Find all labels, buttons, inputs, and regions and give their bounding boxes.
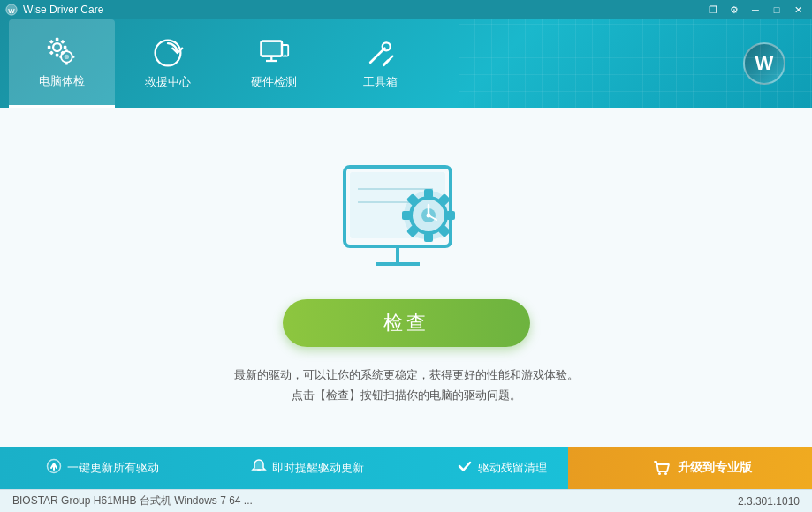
- svg-rect-15: [59, 56, 62, 58]
- tab-toolbox-label: 工具箱: [363, 74, 398, 90]
- settings-button[interactable]: ⚙: [725, 4, 743, 16]
- close-button[interactable]: ✕: [789, 4, 807, 16]
- svg-point-47: [426, 213, 430, 217]
- svg-rect-6: [64, 45, 67, 49]
- tab-rescue[interactable]: 救援中心: [115, 19, 221, 108]
- toolbox-icon: [364, 37, 396, 69]
- svg-rect-19: [262, 41, 282, 56]
- main-illustration-svg: [327, 158, 504, 290]
- bottombar: 一键更新所有驱动 即时提醒驱动更新 驱动残留清理: [0, 447, 812, 489]
- desc-line2: 点击【检查】按钮扫描你的电脑的驱动问题。: [234, 385, 579, 405]
- svg-rect-37: [424, 189, 433, 198]
- one-click-update-icon: [46, 458, 62, 478]
- svg-rect-4: [56, 53, 59, 56]
- bell-icon: [251, 458, 267, 474]
- realtime-remind-item[interactable]: 即时提醒驱动更新: [251, 458, 364, 478]
- header: 电脑体检 救援中心 硬件检测: [0, 19, 812, 108]
- description-text: 最新的驱动，可以让你的系统更稳定，获得更好的性能和游戏体验。 点击【检查】按钮扫…: [234, 365, 579, 406]
- scan-button[interactable]: 检查: [283, 299, 530, 347]
- system-info: BIOSTAR Group H61MHB 台式机 Windows 7 64 ..…: [12, 493, 253, 508]
- svg-rect-38: [424, 233, 433, 242]
- checkmark-icon: [457, 458, 473, 474]
- one-click-update-item[interactable]: 一键更新所有驱动: [46, 458, 159, 478]
- residual-clean-item[interactable]: 驱动残留清理: [457, 458, 547, 478]
- svg-rect-13: [65, 49, 68, 52]
- cart-icon: [653, 459, 671, 477]
- svg-rect-40: [446, 211, 455, 220]
- titlebar-left: W Wise Driver Care: [5, 4, 103, 16]
- tab-rescue-label: 救援中心: [145, 74, 191, 90]
- svg-point-12: [65, 54, 69, 58]
- restore-button[interactable]: ❐: [704, 4, 722, 16]
- one-click-update-label: 一键更新所有驱动: [67, 460, 159, 476]
- residual-clean-label: 驱动残留清理: [478, 460, 547, 476]
- realtime-remind-label: 即时提醒驱动更新: [272, 460, 364, 476]
- svg-rect-7: [49, 39, 54, 43]
- realtime-remind-icon: [251, 458, 267, 478]
- upgrade-label: 升级到专业版: [678, 460, 752, 476]
- desc-line2-text: 点击【检查】按钮扫描你的电脑的驱动问题。: [292, 388, 521, 402]
- app-title: Wise Driver Care: [23, 4, 103, 16]
- upgrade-button[interactable]: 升级到专业版: [593, 447, 812, 489]
- titlebar-controls[interactable]: ❐ ⚙ ─ □ ✕: [704, 4, 807, 16]
- nav-tabs: 电脑体检 救援中心 硬件检测: [9, 19, 743, 108]
- residual-clean-icon: [457, 458, 473, 478]
- avatar-letter: W: [755, 52, 774, 75]
- svg-rect-3: [56, 37, 59, 41]
- svg-line-24: [370, 49, 384, 63]
- user-avatar[interactable]: W: [743, 42, 785, 85]
- titlebar: W Wise Driver Care ❐ ⚙ ─ □ ✕: [0, 0, 812, 19]
- svg-rect-5: [48, 45, 51, 49]
- svg-text:W: W: [8, 7, 15, 15]
- svg-rect-8: [60, 39, 65, 43]
- svg-line-27: [384, 61, 389, 65]
- svg-rect-9: [49, 50, 54, 55]
- tab-pc-check[interactable]: 电脑体检: [9, 19, 115, 108]
- scan-button-label: 检查: [383, 312, 429, 334]
- app-icon: W: [5, 4, 18, 16]
- version-info: 2.3.301.1010: [738, 495, 800, 508]
- svg-point-2: [53, 43, 61, 51]
- bottom-left-section: 一键更新所有驱动 即时提醒驱动更新 驱动残留清理: [0, 447, 593, 489]
- desc-line1-text: 最新的驱动，可以让你的系统更稳定，获得更好的性能和游戏体验。: [234, 368, 579, 381]
- pc-check-icon: [46, 36, 78, 68]
- minimize-button[interactable]: ─: [747, 4, 764, 16]
- svg-point-52: [664, 472, 667, 475]
- svg-rect-39: [402, 211, 411, 220]
- tab-hardware-label: 硬件检测: [251, 74, 297, 90]
- svg-rect-14: [65, 62, 68, 64]
- maximize-button[interactable]: □: [768, 4, 785, 16]
- rescue-icon: [152, 37, 184, 69]
- svg-rect-16: [72, 56, 75, 58]
- update-arrow-icon: [46, 458, 62, 474]
- desc-line1: 最新的驱动，可以让你的系统更稳定，获得更好的性能和游戏体验。: [234, 365, 579, 385]
- statusbar: BIOSTAR Group H61MHB 台式机 Windows 7 64 ..…: [0, 489, 812, 512]
- hardware-icon: [258, 37, 290, 69]
- tab-toolbox[interactable]: 工具箱: [327, 19, 433, 108]
- svg-point-51: [658, 472, 661, 475]
- tab-pc-check-label: 电脑体检: [39, 73, 85, 89]
- illustration: [327, 158, 486, 282]
- main-content: 检查 最新的驱动，可以让你的系统更稳定，获得更好的性能和游戏体验。 点击【检查】…: [0, 108, 812, 447]
- svg-point-25: [383, 42, 391, 50]
- tab-hardware[interactable]: 硬件检测: [221, 19, 327, 108]
